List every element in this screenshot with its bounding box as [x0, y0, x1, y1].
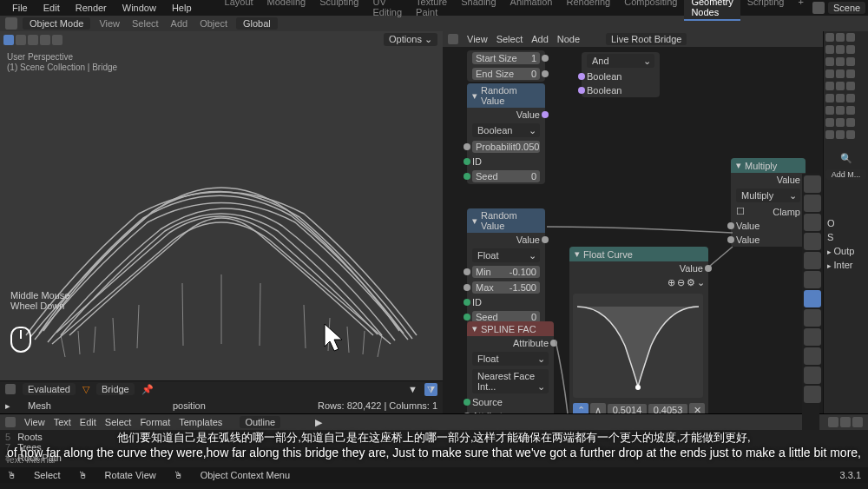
ne-menu-view[interactable]: View: [467, 34, 488, 44]
wrap-icon[interactable]: [852, 417, 863, 427]
node-multiply[interactable]: ▾Multiply Value Multiply ☐ Clamp Value V…: [731, 158, 806, 247]
curve-x-value[interactable]: 0.5014: [608, 404, 647, 413]
mode-selector[interactable]: Object Mode: [23, 17, 90, 30]
3d-viewport[interactable]: Options ⌄ User Perspective (1) Scene Col…: [0, 31, 443, 413]
output-tab-icon[interactable]: [804, 195, 821, 212]
data-tab-icon[interactable]: [804, 367, 821, 384]
outliner-row[interactable]: [824, 129, 868, 141]
zoom-out-icon[interactable]: ⊖: [677, 277, 685, 288]
node-editor-icon[interactable]: [448, 34, 458, 44]
workspace-add[interactable]: +: [791, 0, 810, 21]
outliner-row[interactable]: [824, 31, 868, 43]
select-tweak-icon[interactable]: [52, 35, 62, 45]
collapse-icon[interactable]: ▾: [736, 160, 741, 171]
te-menu-select[interactable]: Select: [105, 417, 132, 427]
outliner-row[interactable]: [824, 56, 868, 68]
text-editor-icon[interactable]: [5, 417, 16, 427]
curve-y-value[interactable]: 0.4053: [648, 404, 687, 413]
te-menu-format[interactable]: Format: [140, 417, 170, 427]
node-float-curve[interactable]: ▾Float Curve Value ⊕ ⊖ ⚙ ⌄ ⌃ ∧ 0.5014 0.…: [569, 247, 708, 413]
collapse-icon[interactable]: ▾: [575, 248, 580, 260]
select-box-icon[interactable]: [16, 35, 26, 45]
line-num-icon[interactable]: [840, 417, 851, 427]
spreadsheet-editor-icon[interactable]: [5, 384, 16, 394]
bool-op-dropdown[interactable]: And: [587, 54, 654, 68]
outliner[interactable]: 🔍 Add M... O S ▸ Outp ▸ Inter: [823, 31, 868, 413]
funnel-icon[interactable]: ⧩: [424, 383, 437, 396]
physics-tab-icon[interactable]: [804, 328, 821, 346]
chevron-down-icon[interactable]: ⌄: [697, 277, 705, 288]
te-menu-templates[interactable]: Templates: [179, 417, 222, 427]
node-boolean-math[interactable]: And Boolean Boolean: [582, 52, 660, 97]
transform-orientation[interactable]: Global: [236, 17, 278, 30]
syntax-icon[interactable]: [828, 417, 838, 427]
search-icon[interactable]: 🔍: [824, 149, 868, 168]
ne-menu-select[interactable]: Select: [496, 34, 523, 44]
workspace-shading[interactable]: Shading: [454, 0, 503, 21]
splinefac-type[interactable]: Float: [472, 352, 549, 366]
geometry-node-editor[interactable]: View Select Add Node Live Root Bridge St…: [443, 31, 823, 413]
scene-selector[interactable]: Scene: [828, 2, 865, 14]
workspace-geometry-nodes[interactable]: Geometry Nodes: [684, 0, 740, 21]
outliner-row[interactable]: [824, 80, 868, 92]
run-script-icon[interactable]: ▶: [315, 417, 322, 428]
world-tab-icon[interactable]: [804, 252, 821, 269]
vp-menu-object[interactable]: Object: [196, 18, 231, 29]
workspace-sculpting[interactable]: Sculpting: [312, 0, 365, 21]
splinefac-domain[interactable]: Nearest Face Int...: [472, 369, 549, 393]
add-modifier-button[interactable]: Add M...: [825, 169, 866, 180]
viewport-options[interactable]: Options ⌄: [384, 33, 437, 46]
collapse-icon[interactable]: ▾: [472, 215, 477, 227]
node-random-value-bool[interactable]: ▾Random Value Value Boolean Probabilit0.…: [467, 83, 545, 184]
workspace-rendering[interactable]: Rendering: [559, 0, 617, 21]
workspace-scripting[interactable]: Scripting: [740, 0, 792, 21]
menu-window[interactable]: Window: [115, 1, 163, 15]
te-menu-edit[interactable]: Edit: [80, 417, 96, 427]
ne-menu-node[interactable]: Node: [557, 34, 580, 44]
vp-menu-add[interactable]: Add: [168, 18, 192, 29]
multiply-op[interactable]: Multiply: [736, 188, 800, 202]
sidebar-inter[interactable]: ▸ Inter: [824, 258, 868, 272]
menu-file[interactable]: File: [5, 1, 35, 15]
workspace-compositing[interactable]: Compositing: [617, 0, 684, 21]
select-lasso-icon[interactable]: [40, 35, 50, 45]
vp-menu-select[interactable]: Select: [128, 18, 162, 29]
node-size-inputs[interactable]: Start Size1 End Size0: [467, 50, 545, 82]
curve-widget[interactable]: [573, 294, 703, 398]
handle-vector-icon[interactable]: ∧: [590, 403, 606, 413]
zoom-in-icon[interactable]: ⊕: [667, 277, 675, 288]
modifier-tab-icon[interactable]: [804, 290, 821, 307]
menu-help[interactable]: Help: [165, 1, 199, 15]
pin-icon[interactable]: 📌: [141, 384, 154, 395]
particles-tab-icon[interactable]: [804, 309, 821, 327]
evaluated-dropdown[interactable]: Evaluated: [23, 383, 76, 395]
delete-point-icon[interactable]: ✕: [689, 403, 705, 413]
outliner-row[interactable]: [824, 43, 868, 56]
viewlayer-tab-icon[interactable]: [804, 214, 821, 231]
tools-icon[interactable]: ⚙: [687, 277, 695, 288]
node-tree-name[interactable]: Live Root Bridge: [606, 33, 687, 45]
workspace-texture-paint[interactable]: Texture Paint: [409, 0, 454, 21]
te-menu-view[interactable]: View: [24, 417, 45, 427]
render-tab-icon[interactable]: [804, 175, 821, 193]
object-breadcrumb[interactable]: Bridge: [96, 383, 135, 395]
object-tab-icon[interactable]: [804, 271, 821, 288]
outliner-row[interactable]: [824, 92, 868, 104]
handle-auto-icon[interactable]: ⌃: [573, 403, 589, 413]
material-tab-icon[interactable]: [804, 386, 821, 403]
ne-menu-add[interactable]: Add: [531, 34, 549, 44]
vp-menu-view[interactable]: View: [95, 18, 123, 29]
cursor-tool-icon[interactable]: [3, 35, 14, 45]
outliner-row[interactable]: [824, 104, 868, 116]
collapse-icon[interactable]: ▾: [472, 323, 477, 334]
menu-edit[interactable]: Edit: [36, 1, 67, 15]
node-spline-fac-frame[interactable]: ▾SPLINE FAC Attribute Float Nearest Face…: [467, 321, 554, 413]
node-random-value-float[interactable]: ▾Random Value Value Float Min-0.100 Max-…: [467, 208, 545, 325]
workspace-animation[interactable]: Animation: [503, 0, 560, 21]
menu-render[interactable]: Render: [69, 1, 114, 15]
workspace-uv-editing[interactable]: UV Editing: [365, 0, 409, 21]
random1-type[interactable]: Boolean: [472, 123, 540, 137]
collapse-icon[interactable]: ▾: [472, 90, 477, 102]
editor-type-icon[interactable]: [5, 17, 17, 30]
text-file-selector[interactable]: Outline: [240, 416, 280, 428]
